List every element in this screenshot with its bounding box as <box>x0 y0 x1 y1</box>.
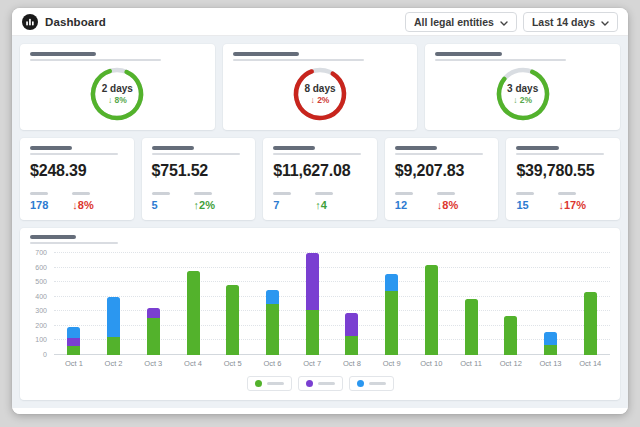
series-green-segment <box>345 336 358 355</box>
bar-oct-5[interactable] <box>226 285 239 355</box>
x-tick-label: Oct 1 <box>54 359 94 368</box>
stat-change-block: ↑4 <box>315 192 333 211</box>
series-purple-segment <box>306 253 319 310</box>
legend-label-skeleton <box>369 382 386 385</box>
chart-y-axis: 0100200300400500600700 <box>30 253 54 355</box>
card-title-skeleton <box>30 146 124 155</box>
donut-value: 3 days <box>507 83 538 94</box>
card-title-skeleton <box>435 52 610 61</box>
bar-oct-2[interactable] <box>107 297 120 355</box>
stat-cards-row: $248.39178↓8%$751.525↑2%$11,627.087↑4$9,… <box>20 138 620 220</box>
x-tick-label: Oct 7 <box>292 359 332 368</box>
bar-oct-13[interactable] <box>544 332 557 355</box>
stat-card: $9,207.8312↓8% <box>385 138 499 220</box>
x-tick-label: Oct 9 <box>372 359 412 368</box>
stat-change-block: ↓8% <box>72 192 93 211</box>
series-blue-segment <box>266 290 279 304</box>
skeleton-bar <box>516 146 558 150</box>
skeleton-bar <box>30 242 118 244</box>
header-filters: All legal entitiesLast 14 days <box>405 12 618 32</box>
series-green-segment <box>266 304 279 355</box>
legend-label-skeleton <box>318 382 335 385</box>
stat-change-block: ↓8% <box>437 192 458 211</box>
bar-oct-10[interactable] <box>425 265 438 355</box>
window-footer-spacer <box>12 408 628 414</box>
legend-dot <box>255 380 262 387</box>
bar-oct-14[interactable] <box>584 292 597 355</box>
bar-oct-8[interactable] <box>345 313 358 355</box>
chart-card: 0100200300400500600700 Oct 1Oct 2Oct 3Oc… <box>20 228 620 400</box>
bar-oct-12[interactable] <box>504 316 517 355</box>
skeleton-bar <box>72 192 90 195</box>
bar-cell <box>173 253 213 355</box>
donut-chart: 3 days↓ 2% <box>494 65 552 123</box>
x-tick-label: Oct 14 <box>570 359 610 368</box>
chevron-down-icon <box>500 16 508 28</box>
series-blue-segment <box>544 332 557 345</box>
stat-change: ↓17% <box>558 199 586 211</box>
card-title-skeleton <box>233 52 408 61</box>
stat-count-block: 5 <box>152 192 170 211</box>
series-purple-segment <box>67 338 80 347</box>
stat-count: 178 <box>30 199 48 211</box>
legend-dot <box>306 380 313 387</box>
bar-oct-4[interactable] <box>187 271 200 355</box>
series-green-segment <box>67 346 80 355</box>
legend-item-series-green[interactable] <box>247 376 292 391</box>
filter-dropdown-date-range[interactable]: Last 14 days <box>523 12 618 32</box>
donut-chart: 8 days↓ 2% <box>291 65 349 123</box>
stat-count-block: 15 <box>516 192 534 211</box>
legend-item-series-purple[interactable] <box>298 376 343 391</box>
donut-value: 2 days <box>102 83 133 94</box>
stat-count: 7 <box>273 199 291 211</box>
stacked-bar-chart: 0100200300400500600700 <box>30 253 610 355</box>
bar-oct-11[interactable] <box>465 299 478 355</box>
x-tick-label: Oct 4 <box>173 359 213 368</box>
bar-oct-1[interactable] <box>67 327 80 355</box>
bar-cell <box>332 253 372 355</box>
skeleton-bar <box>395 146 437 150</box>
x-tick-label: Oct 6 <box>253 359 293 368</box>
stat-bottom-row: 5↑2% <box>152 192 246 212</box>
stat-card: $11,627.087↑4 <box>263 138 377 220</box>
donut-card: 2 days↓ 8% <box>20 44 215 130</box>
legend-item-series-blue[interactable] <box>349 376 394 391</box>
y-tick-label: 700 <box>35 249 47 256</box>
x-tick-label: Oct 11 <box>451 359 491 368</box>
y-tick-label: 300 <box>35 307 47 314</box>
stat-change-block: ↑2% <box>194 192 215 211</box>
stat-bottom-row: 12↓8% <box>395 192 489 212</box>
bar-oct-3[interactable] <box>147 308 160 355</box>
bar-oct-6[interactable] <box>266 290 279 355</box>
bar-oct-7[interactable] <box>306 253 319 355</box>
series-green-segment <box>544 345 557 355</box>
series-green-segment <box>306 310 319 355</box>
chart-x-axis: Oct 1Oct 2Oct 3Oct 4Oct 5Oct 6Oct 7Oct 8… <box>54 359 610 368</box>
y-tick-label: 100 <box>35 336 47 343</box>
stat-count: 5 <box>152 199 170 211</box>
bar-cell <box>94 253 134 355</box>
dashboard-content: 2 days↓ 8%8 days↓ 2%3 days↓ 2% $248.3917… <box>12 36 628 408</box>
skeleton-bar <box>435 59 566 61</box>
bar-cell <box>491 253 531 355</box>
bar-cell <box>253 253 293 355</box>
filter-dropdown-entities[interactable]: All legal entities <box>405 12 517 32</box>
x-tick-label: Oct 12 <box>491 359 531 368</box>
bar-cell <box>292 253 332 355</box>
skeleton-bar <box>516 192 534 195</box>
stat-change-block: ↓17% <box>558 192 586 211</box>
skeleton-bar <box>273 146 315 150</box>
bar-oct-9[interactable] <box>385 274 398 355</box>
stat-count: 15 <box>516 199 534 211</box>
app-logo-icon <box>22 14 38 30</box>
legend-label-skeleton <box>267 382 284 385</box>
stat-amount: $9,207.83 <box>395 162 489 180</box>
x-tick-label: Oct 5 <box>213 359 253 368</box>
series-green-segment <box>385 291 398 355</box>
stat-bottom-row: 178↓8% <box>30 192 124 212</box>
skeleton-bar <box>558 192 576 195</box>
donut-labels: 2 days↓ 8% <box>88 65 146 123</box>
skeleton-bar <box>437 192 455 195</box>
skeleton-bar <box>30 153 118 155</box>
bar-cell <box>570 253 610 355</box>
